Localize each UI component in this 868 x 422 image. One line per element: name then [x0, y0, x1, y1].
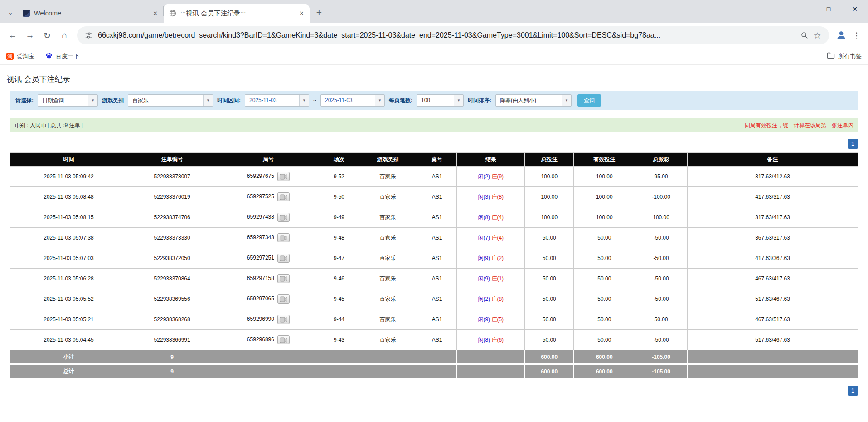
- bookmark-aitaobao[interactable]: 淘 爱淘宝: [6, 52, 34, 60]
- tab-bet-records[interactable]: :::视讯 会员下注纪录::: ✕: [164, 4, 310, 23]
- page-title: 视讯 会员下注纪录: [6, 74, 862, 84]
- chevron-down-icon[interactable]: ▾: [375, 95, 384, 106]
- cell-payout: 95.00: [635, 167, 688, 187]
- date-range-label: 时间区间:: [217, 97, 241, 104]
- result-player: 闲(8): [478, 337, 490, 343]
- footer-cell: -105.00: [635, 350, 688, 364]
- tab-search-icon[interactable]: ⌄: [5, 6, 16, 18]
- cell-round-id: 659297065: [217, 289, 320, 309]
- game-type-select[interactable]: 百家乐 ▾: [128, 94, 213, 107]
- minimize-icon[interactable]: —: [789, 0, 815, 18]
- cell-total-bet: 50.00: [525, 228, 574, 248]
- bet-record-row: 2025-11-03 05:09:42522938378007659297675…: [10, 167, 858, 187]
- page-button-1[interactable]: 1: [848, 386, 858, 396]
- cell-bet-id: 522938376019: [127, 187, 217, 207]
- cell-table-no: AS1: [417, 309, 457, 330]
- page-button-1[interactable]: 1: [848, 139, 858, 149]
- chevron-down-icon[interactable]: ▾: [88, 95, 97, 106]
- result-banker: 庄(2): [491, 255, 504, 261]
- address-bar[interactable]: 66cxkj98.com/game/betrecord_search/kind3…: [77, 26, 829, 44]
- cell-payout: 50.00: [635, 309, 688, 330]
- chevron-down-icon[interactable]: ▾: [562, 95, 571, 106]
- cell-table-no: AS1: [417, 269, 457, 289]
- footer-cell: [359, 350, 417, 364]
- cell-time: 2025-11-03 05:07:38: [10, 228, 127, 248]
- cell-game-type: 百家乐: [359, 269, 417, 289]
- cell-total-bet: 100.00: [525, 207, 574, 228]
- cell-round-id: 659297158: [217, 269, 320, 289]
- footer-cell: 600.00: [525, 364, 574, 378]
- round-id-text: 659296990: [247, 316, 274, 322]
- all-bookmarks[interactable]: 所有书签: [827, 52, 862, 60]
- video-replay-icon[interactable]: [277, 274, 290, 283]
- close-tab-icon[interactable]: ✕: [151, 9, 160, 18]
- cell-time: 2025-11-03 05:08:15: [10, 207, 127, 228]
- date-start-value: 2025-11-03: [245, 95, 299, 106]
- sort-label: 时间排序:: [468, 97, 491, 104]
- profile-avatar-icon[interactable]: [834, 28, 849, 43]
- cell-total-bet: 50.00: [525, 248, 574, 269]
- video-replay-icon[interactable]: [277, 172, 290, 181]
- chevron-down-icon[interactable]: ▾: [203, 95, 213, 106]
- result-player: 闲(9): [478, 275, 490, 282]
- cell-time: 2025-11-03 05:07:03: [10, 248, 127, 269]
- video-replay-icon[interactable]: [277, 233, 290, 242]
- maximize-icon[interactable]: □: [815, 0, 842, 18]
- round-id-text: 659296896: [247, 336, 274, 343]
- cell-valid-bet: 50.00: [574, 248, 635, 269]
- footer-cell: [359, 364, 417, 378]
- video-replay-icon[interactable]: [277, 192, 290, 201]
- taobao-icon: 淘: [6, 53, 14, 60]
- chevron-down-icon[interactable]: ▾: [454, 95, 463, 106]
- search-icon[interactable]: [798, 29, 811, 42]
- cell-note: 467.63/417.63: [688, 269, 858, 289]
- search-button[interactable]: 查询: [577, 94, 601, 107]
- close-window-icon[interactable]: ✕: [842, 0, 868, 18]
- video-replay-icon[interactable]: [277, 254, 290, 263]
- bookmark-star-icon[interactable]: ☆: [811, 29, 824, 42]
- cell-note: 317.63/412.63: [688, 167, 858, 187]
- browser-menu-icon[interactable]: ⋮: [850, 30, 863, 41]
- video-replay-icon[interactable]: [277, 335, 290, 344]
- table-header-row: 时间注单编号局号场次游戏类别桌号结果总投注有效投注总派彩备注: [10, 153, 858, 167]
- cell-result: 闲(2) 庄(9): [457, 167, 525, 187]
- subtotal-row: 小计9600.00600.00-105.00: [10, 350, 858, 364]
- per-page-select[interactable]: 100 ▾: [417, 94, 464, 107]
- close-tab-icon[interactable]: ✕: [297, 9, 306, 18]
- bookmark-label: 百度一下: [56, 52, 79, 60]
- table-footer: 小计9600.00600.00-105.00总计9600.00600.00-10…: [10, 350, 858, 378]
- cell-table-no: AS1: [417, 228, 457, 248]
- chevron-down-icon[interactable]: ▾: [299, 95, 309, 106]
- column-header: 时间: [10, 153, 127, 167]
- url-text[interactable]: 66cxkj98.com/game/betrecord_search/kind3…: [98, 31, 795, 39]
- cell-total-bet: 50.00: [525, 269, 574, 289]
- new-tab-icon[interactable]: +: [313, 6, 325, 19]
- sort-select[interactable]: 降幂(由大到小) ▾: [495, 94, 572, 107]
- bookmark-baidu[interactable]: 百度一下: [45, 52, 79, 61]
- cell-game-type: 百家乐: [359, 187, 417, 207]
- date-end-select[interactable]: 2025-11-03 ▾: [320, 94, 385, 107]
- query-type-select[interactable]: 日期查询 ▾: [38, 94, 98, 107]
- round-id-text: 659297675: [247, 173, 274, 179]
- result-banker: 庄(1): [491, 275, 504, 282]
- cell-bet-id: 522938366991: [127, 330, 217, 350]
- column-header: 桌号: [417, 153, 457, 167]
- home-icon[interactable]: ⌂: [56, 27, 73, 44]
- footer-cell: [417, 350, 457, 364]
- date-start-select[interactable]: 2025-11-03 ▾: [245, 94, 309, 107]
- site-settings-icon[interactable]: [82, 29, 95, 42]
- bet-record-row: 2025-11-03 05:07:03522938372050659297251…: [10, 248, 858, 269]
- video-replay-icon[interactable]: [277, 315, 290, 324]
- cell-result: 闲(3) 庄(8): [457, 187, 525, 207]
- tab-welcome[interactable]: Welcome ✕: [17, 4, 163, 23]
- bet-record-row: 2025-11-03 05:04:45522938366991659296896…: [10, 330, 858, 350]
- video-replay-icon[interactable]: [277, 213, 290, 222]
- forward-icon[interactable]: →: [22, 27, 38, 44]
- result-player: 闲(9): [478, 316, 490, 323]
- cell-session: 9-50: [320, 187, 359, 207]
- column-header: 有效投注: [574, 153, 635, 167]
- back-icon[interactable]: ←: [5, 27, 21, 44]
- bookmarks-bar: 淘 爱淘宝 百度一下 所有书签: [0, 48, 868, 65]
- reload-icon[interactable]: ↻: [39, 27, 55, 44]
- video-replay-icon[interactable]: [277, 294, 290, 304]
